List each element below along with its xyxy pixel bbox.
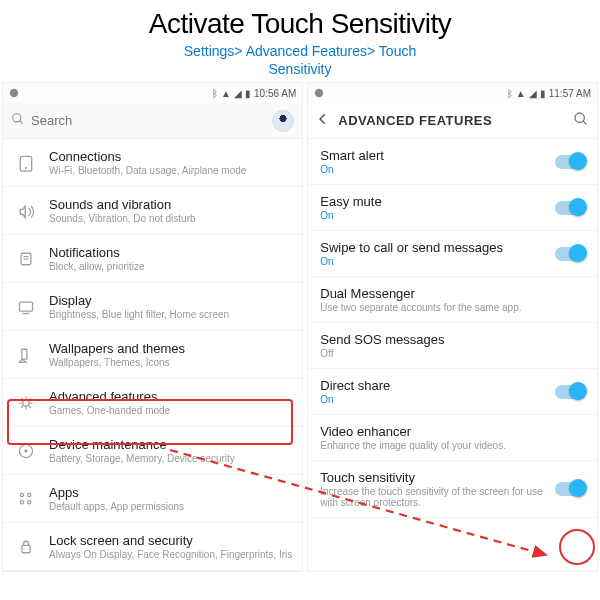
sounds-icon <box>13 202 39 220</box>
row-subtitle: On <box>320 164 555 175</box>
row-smart-alert[interactable]: Smart alertOn <box>308 139 597 185</box>
item-subtitle: Default apps, App permissions <box>49 501 292 512</box>
breadcrumb: Settings> Advanced Features> Touch Sensi… <box>0 42 600 78</box>
item-title: Sounds and vibration <box>49 197 292 212</box>
row-subtitle: On <box>320 256 555 267</box>
settings-item-sounds[interactable]: Sounds and vibrationSounds, Vibration, D… <box>3 187 302 235</box>
svg-point-16 <box>28 501 31 504</box>
item-subtitle: Games, One-handed mode <box>49 405 292 416</box>
apps-icon <box>13 490 39 508</box>
settings-item-apps[interactable]: AppsDefault apps, App permissions <box>3 475 302 523</box>
highlight-touch-sensitivity-toggle <box>559 529 595 565</box>
status-bar: ᛒ ▲ ◢ ▮ 10:56 AM <box>3 83 302 103</box>
toggle-swipe-call[interactable] <box>555 247 585 261</box>
battery-icon: ▮ <box>540 88 546 99</box>
row-direct-share[interactable]: Direct shareOn <box>308 369 597 415</box>
svg-rect-3 <box>20 156 31 171</box>
signal-icon: ◢ <box>234 88 242 99</box>
item-subtitle: Block, allow, prioritize <box>49 261 292 272</box>
toggle-direct-share[interactable] <box>555 385 585 399</box>
svg-point-18 <box>315 89 323 97</box>
item-subtitle: Wallpapers, Themes, Icons <box>49 357 292 368</box>
display-icon <box>13 298 39 316</box>
svg-point-0 <box>10 89 18 97</box>
search-bar[interactable] <box>3 103 302 139</box>
settings-list: ConnectionsWi-Fi, Bluetooth, Data usage,… <box>3 139 302 571</box>
svg-point-12 <box>24 449 27 452</box>
row-title: Touch sensitivity <box>320 470 555 485</box>
row-dual-messenger[interactable]: Dual MessengerUse two separate accounts … <box>308 277 597 323</box>
battery-icon: ▮ <box>245 88 251 99</box>
item-title: Lock screen and security <box>49 533 292 548</box>
wifi-icon: ▲ <box>221 88 231 99</box>
row-title: Easy mute <box>320 194 555 209</box>
toggle-easy-mute[interactable] <box>555 201 585 215</box>
screen-title: ADVANCED FEATURES <box>338 113 573 128</box>
reddit-icon <box>9 88 19 98</box>
advanced-features-list: Smart alertOnEasy muteOnSwipe to call or… <box>308 139 597 518</box>
svg-point-1 <box>13 114 21 122</box>
title-bar: ADVANCED FEATURES <box>308 103 597 139</box>
settings-item-notifications[interactable]: NotificationsBlock, allow, prioritize <box>3 235 302 283</box>
svg-point-4 <box>25 167 27 169</box>
connections-icon <box>13 154 39 172</box>
item-subtitle: Brightness, Blue light filter, Home scre… <box>49 309 292 320</box>
bluetooth-icon: ᛒ <box>212 88 218 99</box>
search-input[interactable] <box>31 113 272 128</box>
settings-item-lock-screen[interactable]: Lock screen and securityAlways On Displa… <box>3 523 302 571</box>
breadcrumb-line1: Settings> Advanced Features> Touch <box>0 42 600 60</box>
lock-screen-icon <box>13 538 39 556</box>
item-title: Notifications <box>49 245 292 260</box>
svg-point-15 <box>20 501 23 504</box>
toggle-touch-sensitivity[interactable] <box>555 482 585 496</box>
svg-line-20 <box>583 121 586 124</box>
toggle-smart-alert[interactable] <box>555 155 585 169</box>
wifi-icon: ▲ <box>516 88 526 99</box>
item-title: Device maintenance <box>49 437 292 452</box>
settings-screen: ᛒ ▲ ◢ ▮ 10:56 AM ConnectionsWi-Fi, Bluet… <box>2 82 303 572</box>
status-time: 10:56 AM <box>254 88 296 99</box>
status-bar: ᛒ ▲ ◢ ▮ 11:57 AM <box>308 83 597 103</box>
item-title: Wallpapers and themes <box>49 341 292 356</box>
settings-item-device-maintenance[interactable]: Device maintenanceBattery, Storage, Memo… <box>3 427 302 475</box>
row-swipe-call[interactable]: Swipe to call or send messagesOn <box>308 231 597 277</box>
page-title: Activate Touch Sensitivity <box>0 8 600 40</box>
settings-item-display[interactable]: DisplayBrightness, Blue light filter, Ho… <box>3 283 302 331</box>
row-subtitle: On <box>320 394 555 405</box>
svg-rect-8 <box>19 302 32 311</box>
settings-item-connections[interactable]: ConnectionsWi-Fi, Bluetooth, Data usage,… <box>3 139 302 187</box>
row-title: Smart alert <box>320 148 555 163</box>
row-touch-sensitivity[interactable]: Touch sensitivityIncrease the touch sens… <box>308 461 597 518</box>
reddit-icon <box>314 88 324 98</box>
back-button[interactable] <box>316 112 330 130</box>
notifications-icon <box>13 250 39 268</box>
settings-item-advanced-features[interactable]: Advanced featuresGames, One-handed mode <box>3 379 302 427</box>
row-subtitle: Enhance the image quality of your videos… <box>320 440 585 451</box>
item-title: Display <box>49 293 292 308</box>
settings-item-wallpapers[interactable]: Wallpapers and themesWallpapers, Themes,… <box>3 331 302 379</box>
breadcrumb-line2: Sensitivity <box>0 60 600 78</box>
item-title: Apps <box>49 485 292 500</box>
row-title: Send SOS messages <box>320 332 585 347</box>
advanced-features-icon <box>13 394 39 412</box>
avatar[interactable] <box>272 110 294 132</box>
search-icon <box>11 112 25 130</box>
row-subtitle: On <box>320 210 555 221</box>
item-title: Advanced features <box>49 389 292 404</box>
wallpapers-icon <box>13 346 39 364</box>
bluetooth-icon: ᛒ <box>507 88 513 99</box>
item-subtitle: Wi-Fi, Bluetooth, Data usage, Airplane m… <box>49 165 292 176</box>
svg-point-14 <box>28 493 31 496</box>
row-easy-mute[interactable]: Easy muteOn <box>308 185 597 231</box>
svg-point-10 <box>23 400 30 407</box>
row-title: Direct share <box>320 378 555 393</box>
item-subtitle: Battery, Storage, Memory, Device securit… <box>49 453 292 464</box>
item-title: Connections <box>49 149 292 164</box>
svg-rect-17 <box>22 545 30 552</box>
status-time: 11:57 AM <box>549 88 591 99</box>
item-subtitle: Sounds, Vibration, Do not disturb <box>49 213 292 224</box>
row-video-enhancer[interactable]: Video enhancerEnhance the image quality … <box>308 415 597 461</box>
row-send-sos[interactable]: Send SOS messagesOff <box>308 323 597 369</box>
search-icon[interactable] <box>573 111 589 131</box>
row-title: Dual Messenger <box>320 286 585 301</box>
